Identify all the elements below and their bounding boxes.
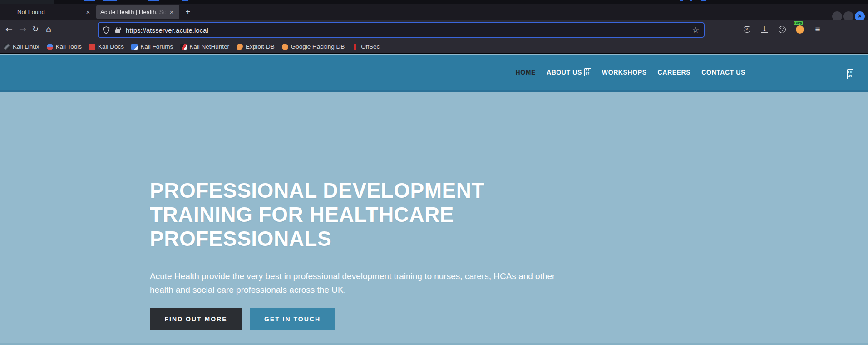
section-divider xyxy=(0,343,868,345)
tab-close-icon[interactable]: × xyxy=(83,7,93,17)
panel-artifact xyxy=(690,0,692,1)
menu-button[interactable]: ≡ xyxy=(811,23,824,36)
browser-window: Not Found × Acute Health | Health, Socia… xyxy=(0,0,868,345)
nav-item-contact[interactable]: CONTACT US xyxy=(701,69,745,76)
nav-toolbar: ← → ↻ ⌂ https://atsserver.acute.local ☆ … xyxy=(0,20,868,40)
top-panel-sliver xyxy=(0,0,868,4)
site-nav: HOME ABOUT US F107 WORKSHOPS CAREERS CON… xyxy=(516,55,745,90)
hero-subtext: Acute Health provide the very best in pr… xyxy=(150,270,561,297)
url-bar[interactable]: https://atsserver.acute.local ☆ xyxy=(98,22,705,38)
bookmarks-bar: Kali Linux Kali Tools Kali Docs Kali For… xyxy=(0,40,868,54)
bookmark-star-icon[interactable]: ☆ xyxy=(692,25,699,35)
proxy-extension-button[interactable]: Burp xyxy=(793,23,807,36)
caret-down-icon-placeholder: F107 xyxy=(584,68,591,76)
bookmark-google-hacking-db[interactable]: Google Hacking DB xyxy=(282,43,345,50)
forward-button[interactable]: → xyxy=(16,23,30,36)
hero-buttons: FIND OUT MORE GET IN TOUCH xyxy=(150,308,335,330)
foxyproxy-icon xyxy=(796,25,804,34)
hero-section: PROFESSIONAL DEVELOPMENTTRAINING FOR HEA… xyxy=(0,92,868,345)
bookmark-label: Kali Docs xyxy=(98,43,124,50)
nav-item-home[interactable]: HOME xyxy=(516,69,536,76)
kali-docs-favicon xyxy=(89,44,95,50)
bookmark-kali-nethunter[interactable]: Kali NetHunter xyxy=(180,43,229,50)
bookmark-label: Kali Tools xyxy=(56,43,82,50)
shield-icon xyxy=(103,26,110,34)
exploit-db-favicon xyxy=(237,44,243,50)
kali-linux-favicon xyxy=(4,44,10,50)
panel-artifact xyxy=(103,0,117,1)
bookmark-label: Exploit-DB xyxy=(246,43,275,50)
panel-artifact xyxy=(148,0,159,1)
kali-nethunter-favicon xyxy=(180,44,187,50)
cookie-icon xyxy=(779,26,786,33)
panel-artifact xyxy=(701,0,706,1)
cookie-extension-button[interactable] xyxy=(775,23,789,36)
reload-button[interactable]: ↻ xyxy=(29,23,42,36)
bookmark-label: Kali Linux xyxy=(13,43,39,50)
nav-label: ABOUT US xyxy=(547,69,582,76)
tab-title: Acute Health | Health, Social xyxy=(100,9,167,15)
nav-item-careers[interactable]: CAREERS xyxy=(658,69,691,76)
nav-item-workshops[interactable]: WORKSHOPS xyxy=(602,69,647,76)
bookmark-kali-tools[interactable]: Kali Tools xyxy=(47,43,82,50)
proxy-badge: Burp xyxy=(794,21,803,25)
bookmark-label: Kali NetHunter xyxy=(189,43,229,50)
nav-item-about[interactable]: ABOUT US F107 xyxy=(547,68,591,76)
lock-icon xyxy=(115,29,120,33)
panel-artifact xyxy=(84,0,95,1)
find-out-more-button[interactable]: FIND OUT MORE xyxy=(150,308,242,330)
toolbar-right-icons: ∨ ↓ Burp ≡ xyxy=(740,23,824,36)
bookmark-label: Google Hacking DB xyxy=(291,43,345,50)
bookmark-kali-linux[interactable]: Kali Linux xyxy=(4,43,39,50)
kali-tools-favicon xyxy=(47,44,53,50)
bookmark-label: OffSec xyxy=(361,43,380,50)
panel-artifact xyxy=(182,0,188,1)
tab-title: Not Found xyxy=(17,9,83,15)
bookmark-label: Kali Forums xyxy=(140,43,173,50)
kali-forums-favicon xyxy=(131,44,138,50)
bookmark-kali-forums[interactable]: Kali Forums xyxy=(131,43,173,50)
hero-heading: PROFESSIONAL DEVELOPMENTTRAINING FOR HEA… xyxy=(150,179,484,251)
ghdb-favicon xyxy=(282,44,288,50)
bookmark-kali-docs[interactable]: Kali Docs xyxy=(89,43,124,50)
download-icon: ↓ xyxy=(761,26,769,33)
offsec-favicon xyxy=(352,44,358,50)
home-button[interactable]: ⌂ xyxy=(42,23,55,36)
panel-artifact xyxy=(680,0,683,1)
site-header: HOME ABOUT US F107 WORKSHOPS CAREERS CON… xyxy=(0,55,868,92)
pocket-button[interactable]: ∨ xyxy=(740,23,754,36)
search-icon-placeholder[interactable]: E036 xyxy=(847,67,853,79)
downloads-button[interactable]: ↓ xyxy=(758,23,771,36)
new-tab-button[interactable]: + xyxy=(182,7,193,18)
tab-bar: Not Found × Acute Health | Health, Socia… xyxy=(0,4,868,20)
back-button[interactable]: ← xyxy=(2,23,16,36)
tab-acute-health[interactable]: Acute Health | Health, Social × xyxy=(96,5,179,19)
url-text[interactable]: https://atsserver.acute.local xyxy=(126,26,692,34)
panel-artifact xyxy=(0,0,54,4)
tab-not-found[interactable]: Not Found × xyxy=(4,5,94,19)
bookmark-offsec[interactable]: OffSec xyxy=(352,43,380,50)
pocket-icon: ∨ xyxy=(744,26,750,33)
bookmark-exploit-db[interactable]: Exploit-DB xyxy=(237,43,275,50)
tab-close-icon[interactable]: × xyxy=(167,7,177,17)
get-in-touch-button[interactable]: GET IN TOUCH xyxy=(250,308,335,330)
